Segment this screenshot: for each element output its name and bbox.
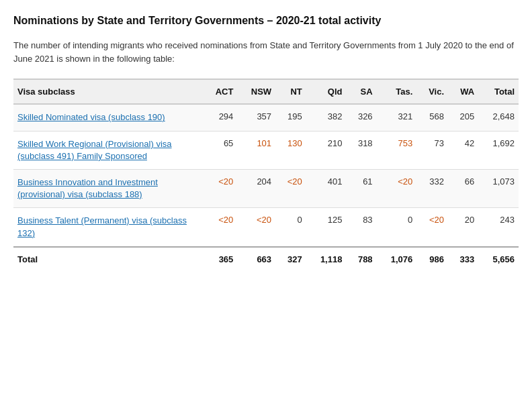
cell-nsw: 204 <box>237 169 275 207</box>
cell-total: 243 <box>478 208 519 247</box>
cell-qld: 382 <box>306 104 347 131</box>
col-header-total: Total <box>478 79 519 104</box>
cell-qld: 125 <box>306 208 347 247</box>
table-footer-row: Total 365 663 327 1,118 788 1,076 986 33… <box>13 247 519 271</box>
footer-vic: 986 <box>416 247 448 271</box>
table-header-row: Visa subclass ACT NSW NT Qld SA Tas. Vic… <box>13 79 519 104</box>
cell-wa: 20 <box>448 208 478 247</box>
col-header-qld: Qld <box>306 79 347 104</box>
table-row: Business Talent (Permanent) visa (subcla… <box>13 208 519 247</box>
footer-qld: 1,118 <box>306 247 347 271</box>
cell-tas: 753 <box>377 131 417 169</box>
footer-tas: 1,076 <box>377 247 417 271</box>
table-row: Skilled Nominated visa (subclass 190)294… <box>13 104 519 131</box>
cell-act: 65 <box>202 131 237 169</box>
cell-nsw: 357 <box>237 104 275 131</box>
cell-sa: 83 <box>346 208 376 247</box>
col-header-nsw: NSW <box>237 79 275 104</box>
col-header-nt: NT <box>275 79 306 104</box>
col-header-sa: SA <box>346 79 376 104</box>
cell-act: <20 <box>202 208 237 247</box>
cell-wa: 42 <box>448 131 478 169</box>
page-title: Nominations by State and Territory Gover… <box>13 13 519 28</box>
description: The number of intending migrants who rec… <box>13 39 519 65</box>
cell-nsw: 101 <box>237 131 275 169</box>
cell-vic: 332 <box>416 169 448 207</box>
visa-name-cell: Business Talent (Permanent) visa (subcla… <box>13 208 202 247</box>
cell-act: 294 <box>202 104 237 131</box>
cell-nt: <20 <box>275 169 306 207</box>
cell-nt: 130 <box>275 131 306 169</box>
cell-total: 2,648 <box>478 104 519 131</box>
cell-wa: 66 <box>448 169 478 207</box>
visa-link[interactable]: Business Talent (Permanent) visa (subcla… <box>17 215 187 238</box>
cell-sa: 326 <box>346 104 376 131</box>
footer-nsw: 663 <box>237 247 275 271</box>
cell-wa: 205 <box>448 104 478 131</box>
nominations-table: Visa subclass ACT NSW NT Qld SA Tas. Vic… <box>13 79 519 270</box>
cell-act: <20 <box>202 169 237 207</box>
visa-link[interactable]: Skilled Nominated visa (subclass 190) <box>17 112 165 122</box>
col-header-visa: Visa subclass <box>13 79 202 104</box>
cell-qld: 210 <box>306 131 347 169</box>
cell-vic: 568 <box>416 104 448 131</box>
visa-link[interactable]: Business Innovation and Investment (prov… <box>17 177 158 199</box>
cell-sa: 61 <box>346 169 376 207</box>
cell-total: 1,073 <box>478 169 519 207</box>
col-header-act: ACT <box>202 79 237 104</box>
cell-vic: 73 <box>416 131 448 169</box>
footer-nt: 327 <box>275 247 306 271</box>
footer-act: 365 <box>202 247 237 271</box>
col-header-vic: Vic. <box>416 79 448 104</box>
visa-name-cell: Business Innovation and Investment (prov… <box>13 169 202 207</box>
cell-qld: 401 <box>306 169 347 207</box>
col-header-wa: WA <box>448 79 478 104</box>
visa-link[interactable]: Skilled Work Regional (Provisional) visa… <box>17 139 172 161</box>
visa-name-cell: Skilled Nominated visa (subclass 190) <box>13 104 202 131</box>
footer-total: 5,656 <box>478 247 519 271</box>
cell-tas: 0 <box>377 208 417 247</box>
cell-nt: 195 <box>275 104 306 131</box>
cell-nt: 0 <box>275 208 306 247</box>
footer-label: Total <box>13 247 202 271</box>
footer-sa: 788 <box>346 247 376 271</box>
cell-sa: 318 <box>346 131 376 169</box>
col-header-tas: Tas. <box>377 79 417 104</box>
cell-vic: <20 <box>416 208 448 247</box>
cell-total: 1,692 <box>478 131 519 169</box>
table-row: Skilled Work Regional (Provisional) visa… <box>13 131 519 169</box>
visa-name-cell: Skilled Work Regional (Provisional) visa… <box>13 131 202 169</box>
cell-tas: <20 <box>377 169 417 207</box>
table-row: Business Innovation and Investment (prov… <box>13 169 519 207</box>
footer-wa: 333 <box>448 247 478 271</box>
cell-tas: 321 <box>377 104 417 131</box>
cell-nsw: <20 <box>237 208 275 247</box>
